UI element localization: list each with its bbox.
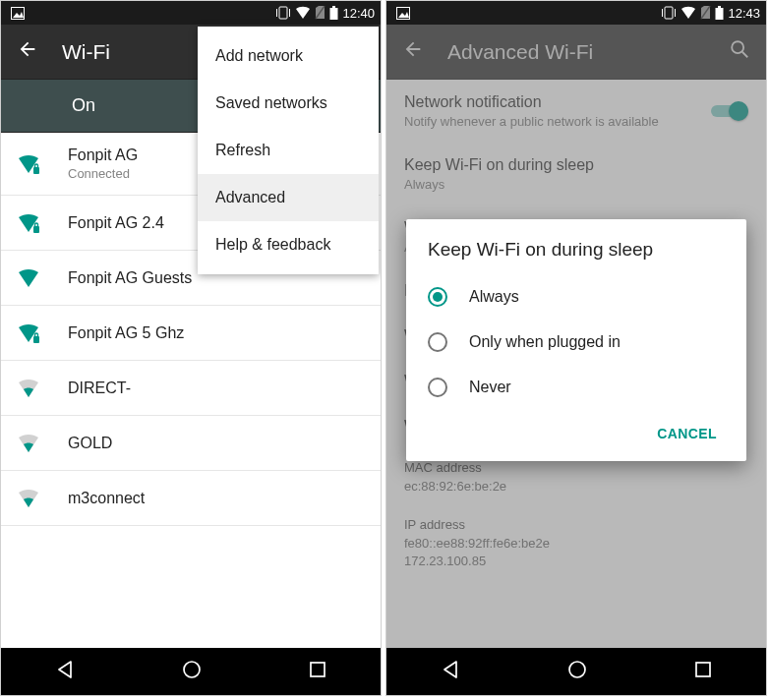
battery-icon [715,6,724,20]
wifi-signal-icon [17,267,56,289]
menu-label: Advanced [215,189,285,206]
svg-rect-7 [330,8,338,20]
menu-label: Saved networks [215,94,327,112]
wifi-signal-icon [17,488,56,509]
wifi-item-name: DIRECT- [68,379,131,397]
wifi-item-name: Fonpit AG 2.4 [68,214,164,232]
wifi-item[interactable]: GOLD [1,416,381,471]
wifi-signal-icon [17,378,56,399]
radio-checked-icon [428,287,447,307]
menu-label: Refresh [215,142,270,159]
radio-option-plugged[interactable]: Only when plugged in [428,320,725,365]
svg-rect-23 [716,8,724,20]
radio-unchecked-icon [428,378,447,397]
sleep-policy-dialog: Keep Wi-Fi on during sleep Always Only w… [406,219,746,461]
statusbar: 12:40 [1,1,381,25]
vibrate-icon [275,6,291,20]
radio-option-never[interactable]: Never [428,365,725,410]
wifi-signal-icon [17,433,56,454]
svg-rect-22 [718,6,721,8]
wifi-item-name: Fonpit AG [68,146,138,164]
phone-left: 12:40 Wi-Fi On Fonpit AG Connected [0,0,382,696]
wifi-signal-icon [17,212,56,234]
radio-unchecked-icon [428,332,447,352]
wifi-signal-icon [17,322,56,344]
no-sim-icon [700,6,711,20]
back-icon[interactable] [17,38,38,65]
nav-back-icon[interactable] [53,658,77,685]
svg-marker-17 [398,12,409,18]
menu-item-refresh[interactable]: Refresh [198,127,379,174]
navbar [1,648,381,695]
image-icon [396,7,410,20]
wifi-item[interactable]: m3connect [1,471,381,526]
wifi-item-sub: Connected [68,166,138,181]
svg-rect-2 [279,7,287,19]
wifi-status-icon [680,6,696,20]
nav-back-icon[interactable] [439,658,462,685]
dialog-title: Keep Wi-Fi on during sleep [428,239,725,261]
wifi-item-name: Fonpit AG Guests [68,269,192,287]
svg-point-26 [569,662,585,677]
navbar [386,648,766,695]
menu-label: Help & feedback [215,236,330,254]
wifi-signal-icon [17,153,56,175]
wifi-item[interactable]: Fonpit AG 5 Ghz [1,306,381,361]
nav-recent-icon[interactable] [307,659,328,684]
vibrate-icon [661,6,677,20]
nav-home-icon[interactable] [180,658,204,685]
phone-right: 12:43 Advanced Wi-Fi Network notificatio… [385,0,767,696]
radio-label: Never [469,379,511,396]
menu-item-add-network[interactable]: Add network [198,32,379,80]
wifi-toggle-label: On [72,95,95,116]
svg-rect-6 [332,6,335,8]
menu-item-saved-networks[interactable]: Saved networks [198,80,379,127]
no-sim-icon [315,6,325,20]
status-time: 12:40 [342,6,375,21]
image-icon [11,7,25,20]
wifi-item-name: m3connect [68,490,145,507]
wifi-status-icon [295,6,311,20]
battery-icon [329,6,338,20]
svg-rect-18 [665,7,673,19]
nav-home-icon[interactable] [565,658,589,685]
menu-label: Add network [215,47,303,65]
svg-marker-1 [13,12,24,18]
menu-item-advanced[interactable]: Advanced [198,174,379,221]
wifi-item-name: Fonpit AG 5 Ghz [68,324,184,342]
nav-recent-icon[interactable] [692,659,714,684]
cancel-button[interactable]: CANCEL [649,416,725,451]
wifi-item[interactable]: DIRECT- [1,361,381,416]
appbar-title: Wi-Fi [62,40,110,64]
svg-rect-9 [35,164,38,168]
statusbar: 12:43 [386,1,766,25]
status-time: 12:43 [728,6,760,21]
overflow-menu: Add network Saved networks Refresh Advan… [198,27,379,274]
wifi-item-name: GOLD [68,435,112,452]
svg-rect-27 [696,663,710,676]
svg-rect-15 [311,663,325,676]
radio-label: Always [469,288,519,306]
svg-point-14 [184,662,200,677]
radio-option-always[interactable]: Always [428,274,725,320]
menu-item-help[interactable]: Help & feedback [198,221,379,268]
svg-rect-11 [35,223,38,227]
svg-rect-13 [35,333,38,337]
radio-label: Only when plugged in [469,333,621,351]
